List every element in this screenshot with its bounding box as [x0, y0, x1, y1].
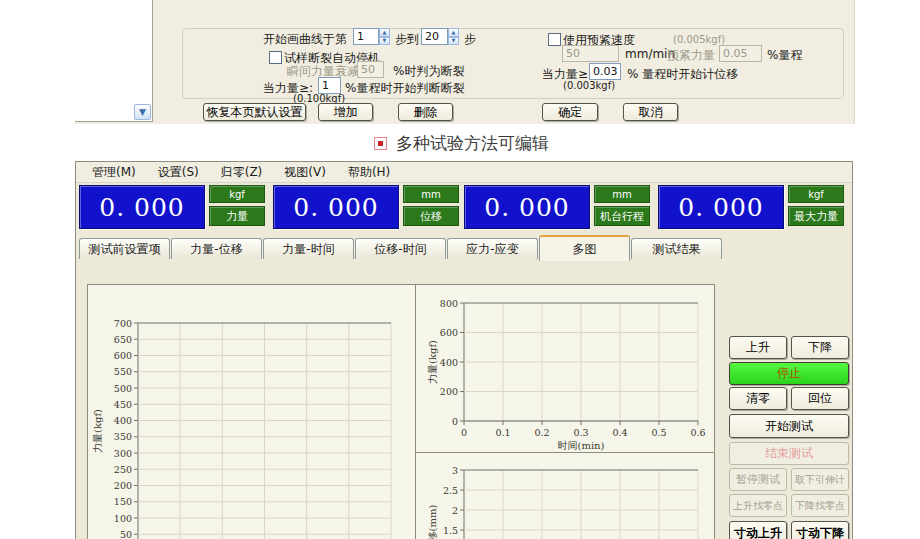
- stop-button[interactable]: 停止: [729, 362, 849, 385]
- tab-force-time[interactable]: 力量-时间: [263, 238, 354, 259]
- spinner-down-icon[interactable]: ▼: [448, 37, 459, 46]
- svg-text:力量(kgf): 力量(kgf): [92, 409, 103, 453]
- restore-defaults-button[interactable]: 恢复本页默认设置: [203, 103, 306, 121]
- max-force-value: 0. 000: [658, 185, 784, 229]
- clear-button[interactable]: 清零: [729, 387, 787, 410]
- force-unit: kgf: [209, 185, 265, 203]
- main-window: 管理(M) 设置(S) 归零(Z) 视图(V) 帮助(H) 0. 000 kgf…: [75, 161, 853, 539]
- svg-text:0.4: 0.4: [612, 427, 627, 438]
- svg-text:100: 100: [114, 513, 132, 524]
- pretension-speed-input[interactable]: [562, 45, 619, 62]
- svg-text:2: 2: [452, 505, 458, 516]
- break-force-suffix-label: %量程时开始判断断裂: [345, 80, 464, 97]
- svg-text:0.1: 0.1: [495, 427, 510, 438]
- tab-bar: 测试前设置项 力量-位移 力量-时间 位移-时间 应力-应变 多图 测试结果: [76, 235, 852, 261]
- disp-start-hint: (0.003kgf): [563, 80, 615, 91]
- jog-up-button[interactable]: 寸动上升: [729, 521, 787, 539]
- svg-text:550: 550: [114, 366, 132, 377]
- force-label: 力量: [209, 206, 265, 226]
- pretension-force-input[interactable]: [719, 45, 762, 62]
- return-button[interactable]: 回位: [791, 387, 849, 410]
- break-force-input[interactable]: [318, 77, 341, 94]
- jog-down-button[interactable]: 寸动下降: [791, 521, 849, 539]
- menu-bar: 管理(M) 设置(S) 归零(Z) 视图(V) 帮助(H): [76, 162, 852, 183]
- pretension-force-label: 预紧力量: [667, 47, 715, 64]
- start-test-button[interactable]: 开始测试: [729, 414, 849, 438]
- menu-item-help[interactable]: 帮助(H): [337, 164, 401, 181]
- chart-force-time: 800600400200000.10.20.30.40.50.6时间(min)力…: [416, 285, 714, 453]
- svg-text:650: 650: [114, 334, 132, 345]
- chevron-down-icon: ▼: [139, 108, 146, 117]
- menu-item-zero[interactable]: 归零(Z): [210, 164, 274, 181]
- decay-suffix-label: %时判为断裂: [393, 63, 464, 80]
- crosshead-unit: mm: [594, 185, 650, 203]
- down-button[interactable]: 下降: [791, 336, 849, 359]
- tab-displacement-time[interactable]: 位移-时间: [355, 238, 446, 259]
- svg-text:300: 300: [114, 448, 132, 459]
- delete-button[interactable]: 删除: [398, 103, 453, 121]
- disp-start-suffix-label: % 量程时开始计位移: [627, 66, 738, 83]
- svg-text:0.2: 0.2: [534, 427, 549, 438]
- cancel-button[interactable]: 取消: [623, 103, 678, 121]
- menu-item-view[interactable]: 视图(V): [273, 164, 337, 181]
- svg-text:3: 3: [452, 465, 458, 476]
- curve-to-stepper[interactable]: ▲▼: [448, 28, 459, 45]
- max-force-label: 最大力量: [788, 206, 844, 226]
- curve-from-stepper[interactable]: ▲▼: [379, 28, 390, 45]
- menu-item-manage[interactable]: 管理(M): [81, 164, 147, 181]
- pretension-hint: (0.005kgf): [673, 34, 725, 45]
- svg-text:位移(mm): 位移(mm): [427, 505, 438, 539]
- decay-input[interactable]: [357, 61, 384, 78]
- displacement-label: 位移: [403, 206, 459, 226]
- caption-text: 多种试验方法可编辑: [396, 132, 549, 155]
- force-value: 0. 000: [79, 185, 205, 229]
- method-listbox[interactable]: ▼: [75, 0, 153, 122]
- curve-to-input[interactable]: [421, 28, 448, 45]
- max-force-unit: kgf: [788, 185, 844, 203]
- svg-text:0.3: 0.3: [573, 427, 588, 438]
- settings-dialog-fragment: ▼ 开始画曲线于第 ▲▼ 步到 ▲▼ 步 试样断裂自动停机 瞬间力量衰减≥: %…: [75, 0, 855, 124]
- spinner-up-icon[interactable]: ▲: [379, 28, 390, 37]
- down-find-zero-button[interactable]: 下降找零点: [791, 494, 849, 517]
- svg-text:250: 250: [114, 464, 132, 475]
- svg-text:200: 200: [114, 480, 132, 491]
- svg-text:200: 200: [440, 386, 458, 397]
- tab-multi-chart[interactable]: 多图: [539, 235, 630, 261]
- tab-pretest-settings[interactable]: 测试前设置项: [79, 238, 170, 259]
- tab-stress-strain[interactable]: 应力-应变: [447, 238, 538, 259]
- end-test-button[interactable]: 结束测试: [729, 442, 849, 465]
- svg-text:力量(kgf): 力量(kgf): [427, 340, 438, 384]
- up-find-zero-button[interactable]: 上升找零点: [729, 494, 787, 517]
- tab-force-displacement[interactable]: 力量-位移: [171, 238, 262, 259]
- pretension-force-unit-label: %量程: [767, 47, 802, 64]
- remove-extensometer-button[interactable]: 取下引伸计: [791, 468, 849, 491]
- svg-text:400: 400: [114, 415, 132, 426]
- chart-force-displacement: 7006506005505004504003503002502001501005…: [88, 285, 416, 539]
- curve-to-label: 步到: [395, 31, 419, 48]
- svg-text:0: 0: [461, 427, 467, 438]
- auto-stop-checkbox[interactable]: [269, 51, 282, 64]
- up-button[interactable]: 上升: [729, 336, 787, 359]
- spinner-down-icon[interactable]: ▼: [379, 37, 390, 46]
- menu-item-settings[interactable]: 设置(S): [147, 164, 210, 181]
- svg-text:700: 700: [114, 318, 132, 329]
- ok-button[interactable]: 确定: [542, 103, 598, 121]
- crosshead-label: 机台行程: [594, 206, 650, 226]
- svg-text:0.6: 0.6: [690, 427, 705, 438]
- pause-test-button[interactable]: 暂停测试: [729, 468, 787, 491]
- tab-test-results[interactable]: 测试结果: [631, 238, 722, 259]
- svg-text:800: 800: [440, 298, 458, 309]
- add-button[interactable]: 增加: [318, 103, 373, 121]
- curve-from-input[interactable]: [353, 28, 379, 45]
- page: ▼ 开始画曲线于第 ▲▼ 步到 ▲▼ 步 试样断裂自动停机 瞬间力量衰减≥: %…: [0, 0, 920, 539]
- crosshead-value: 0. 000: [464, 185, 590, 229]
- disp-start-input[interactable]: [589, 63, 621, 80]
- svg-text:0: 0: [452, 416, 458, 427]
- spinner-up-icon[interactable]: ▲: [448, 28, 459, 37]
- svg-text:600: 600: [114, 350, 132, 361]
- chart-displacement-time: 32.521.5位移(mm): [416, 453, 714, 539]
- svg-text:0.5: 0.5: [651, 427, 666, 438]
- curve-start-label: 开始画曲线于第: [263, 31, 347, 48]
- pretension-checkbox[interactable]: [548, 33, 561, 46]
- scroll-down-button[interactable]: ▼: [134, 104, 151, 120]
